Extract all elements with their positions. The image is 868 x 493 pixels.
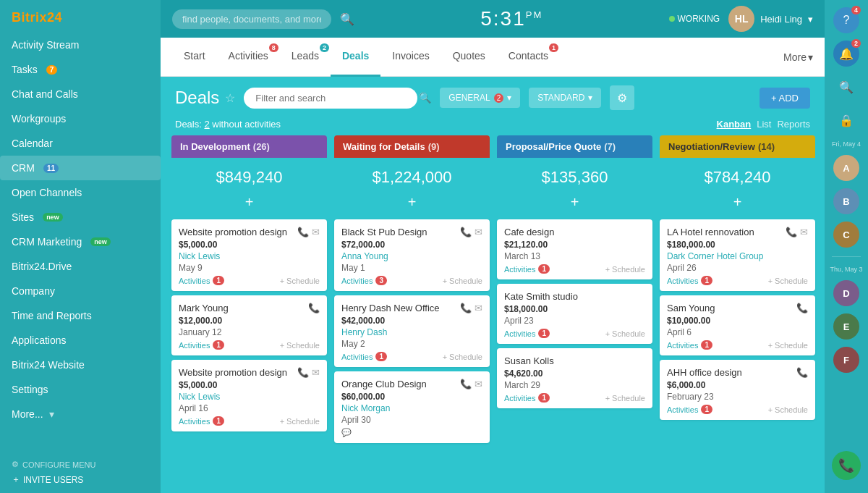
filter-search-input[interactable]: [244, 88, 417, 109]
col-add-proposal_price_quote[interactable]: +: [497, 193, 652, 215]
contact-avatar-5[interactable]: E: [833, 313, 859, 340]
schedule-link[interactable]: + Schedule: [280, 341, 320, 350]
deal-card[interactable]: Susan Kolls $4,620.00 March 29 Activitie…: [497, 348, 652, 408]
sidebar-item-tasks[interactable]: Tasks7: [0, 57, 161, 82]
sidebar-item-bitrix24-drive[interactable]: Bitrix24.Drive: [0, 254, 161, 279]
sidebar-item-sites[interactable]: Sitesnew: [0, 205, 161, 229]
sidebar-item-applications[interactable]: Applications: [0, 328, 161, 353]
schedule-link[interactable]: + Schedule: [443, 353, 482, 361]
schedule-link[interactable]: + Schedule: [768, 405, 808, 414]
invite-users[interactable]: ＋ INVITE USERS: [12, 473, 149, 486]
activities-link[interactable]: Activities: [504, 265, 535, 274]
sidebar-item-activity-stream[interactable]: Activity Stream: [0, 33, 161, 57]
sidebar-item-bitrix24-website[interactable]: Bitrix24 Website: [0, 353, 161, 377]
help-icon[interactable]: ? 4: [833, 7, 859, 33]
sidebar-item-time-reports[interactable]: Time and Reports: [0, 303, 161, 328]
deal-card[interactable]: Kate Smith studio $18,000.00 April 23 Ac…: [497, 284, 652, 344]
activities-link[interactable]: Activities: [667, 405, 698, 414]
email-icon: ✉: [475, 303, 482, 313]
tab-contacts[interactable]: Contacts 1: [497, 38, 560, 77]
col-add-in_development[interactable]: +: [171, 193, 327, 215]
tab-start[interactable]: Start: [172, 38, 217, 77]
tab-deals[interactable]: Deals: [331, 38, 380, 77]
search-panel-icon[interactable]: 🔍: [833, 74, 859, 100]
col-add-waiting_for_details[interactable]: +: [334, 193, 490, 215]
standard-dropdown[interactable]: STANDARD ▾: [529, 88, 601, 108]
sidebar-item-workgroups[interactable]: Workgroups: [0, 106, 161, 131]
activity-badge: 1: [375, 352, 387, 361]
tab-activities[interactable]: Activities 8: [217, 38, 280, 77]
card-date: April 30: [341, 415, 482, 425]
sidebar-item-more[interactable]: More... ▾: [0, 402, 161, 426]
general-dropdown[interactable]: GENERAL 2 ▾: [440, 88, 520, 108]
sidebar-item-crm[interactable]: CRM11: [0, 156, 161, 180]
reports-view-btn[interactable]: Reports: [777, 119, 810, 130]
notifications-icon[interactable]: 🔔 2: [833, 41, 859, 67]
sidebar-bottom: ⚙ CONFIGURE MENU ＋ INVITE USERS: [0, 452, 161, 493]
schedule-link[interactable]: + Schedule: [605, 329, 645, 338]
activities-link[interactable]: Activities: [341, 353, 373, 361]
schedule-link[interactable]: + Schedule: [605, 265, 645, 274]
contact-avatar-3[interactable]: C: [833, 222, 859, 248]
star-icon[interactable]: ☆: [225, 91, 235, 105]
lock-icon[interactable]: 🔒: [833, 107, 859, 133]
deal-card[interactable]: Website promotion design 📞✉ $5,000.00 Ni…: [171, 360, 327, 431]
schedule-link[interactable]: + Schedule: [280, 277, 320, 285]
sidebar-item-company[interactable]: Company: [0, 279, 161, 303]
kanban-col-negotiation_review: Negotiation/Review (14) $784,240 + LA Ho…: [660, 135, 815, 493]
deal-card[interactable]: Mark Young 📞 $12,000.00 January 12 Activ…: [171, 295, 327, 355]
list-view-btn[interactable]: List: [757, 119, 771, 130]
activities-link[interactable]: Activities: [667, 341, 698, 350]
deal-card[interactable]: Black St Pub Design 📞✉ $72,000.00 Anna Y…: [334, 219, 490, 291]
schedule-link[interactable]: + Schedule: [768, 277, 808, 285]
sidebar-item-calendar[interactable]: Calendar: [0, 131, 161, 156]
schedule-link[interactable]: + Schedule: [443, 277, 482, 285]
schedule-link[interactable]: + Schedule: [280, 417, 320, 426]
deal-card[interactable]: AHH office design 📞 $6,000.00 February 2…: [660, 360, 815, 420]
sidebar-item-open-channels[interactable]: Open Channels: [0, 180, 161, 205]
activities-link[interactable]: Activities: [179, 417, 210, 426]
contact-avatar-4[interactable]: D: [833, 280, 859, 306]
sidebar-item-chat-calls[interactable]: Chat and Calls: [0, 82, 161, 106]
deal-card[interactable]: Cafe design $21,120.00 March 13 Activiti…: [497, 219, 652, 279]
configure-menu[interactable]: ⚙ CONFIGURE MENU: [12, 460, 149, 469]
tab-quotes[interactable]: Quotes: [441, 38, 497, 77]
phone-icon: 📞: [297, 367, 309, 378]
activities-link[interactable]: Activities: [667, 277, 698, 285]
sidebar-item-crm-marketing[interactable]: CRM Marketingnew: [0, 229, 161, 254]
activities-link[interactable]: Activities: [179, 341, 210, 350]
contact-avatar-2[interactable]: B: [833, 188, 859, 214]
schedule-link[interactable]: + Schedule: [605, 394, 645, 403]
deal-card[interactable]: Orange Club Design 📞✉ $60,000.00 Nick Mo…: [334, 371, 490, 443]
card-icons: 📞: [796, 367, 808, 378]
date-label-2: Thu, May 3: [830, 266, 862, 273]
contact-avatar-6[interactable]: F: [833, 347, 859, 373]
card-person: Henry Dash: [341, 327, 482, 337]
col-add-negotiation_review[interactable]: +: [660, 193, 815, 215]
deal-card[interactable]: LA Hotel rennovation 📞✉ $180,000.00 Dark…: [660, 219, 815, 291]
deal-card[interactable]: Sam Young 📞 $10,000.00 April 6 Activitie…: [660, 295, 815, 355]
deal-card[interactable]: Henry Dash New Office 📞✉ $42,000.00 Henr…: [334, 295, 490, 367]
activities-link[interactable]: Activities: [504, 394, 535, 403]
card-title: Henry Dash New Office 📞✉: [341, 303, 482, 313]
deals-count-link[interactable]: 2: [204, 119, 209, 130]
activities-link[interactable]: Activities: [341, 277, 373, 285]
card-person: Nick Morgan: [341, 403, 482, 413]
phone-button[interactable]: 📞: [832, 451, 861, 480]
kanban-view-btn[interactable]: Kanban: [717, 119, 752, 130]
settings-button[interactable]: ⚙: [610, 85, 634, 110]
activities-link[interactable]: Activities: [179, 277, 210, 285]
add-button[interactable]: + ADD: [760, 88, 810, 109]
contact-avatar-1[interactable]: A: [833, 155, 859, 181]
deal-card[interactable]: Website promotion design 📞✉ $5,000.00 Ni…: [171, 219, 327, 291]
user-menu[interactable]: HL Heidi Ling ▾: [728, 6, 813, 32]
activities-link[interactable]: Activities: [504, 329, 535, 338]
search-input[interactable]: [172, 9, 331, 29]
tab-leads[interactable]: Leads 2: [280, 38, 331, 77]
tab-invoices[interactable]: Invoices: [380, 38, 441, 77]
chevron-down-icon: ▾: [808, 51, 813, 63]
sidebar-item-settings[interactable]: Settings: [0, 377, 161, 402]
nav-more[interactable]: More ▾: [783, 51, 813, 63]
schedule-link[interactable]: + Schedule: [768, 341, 808, 350]
card-icons: 📞✉: [297, 367, 320, 378]
